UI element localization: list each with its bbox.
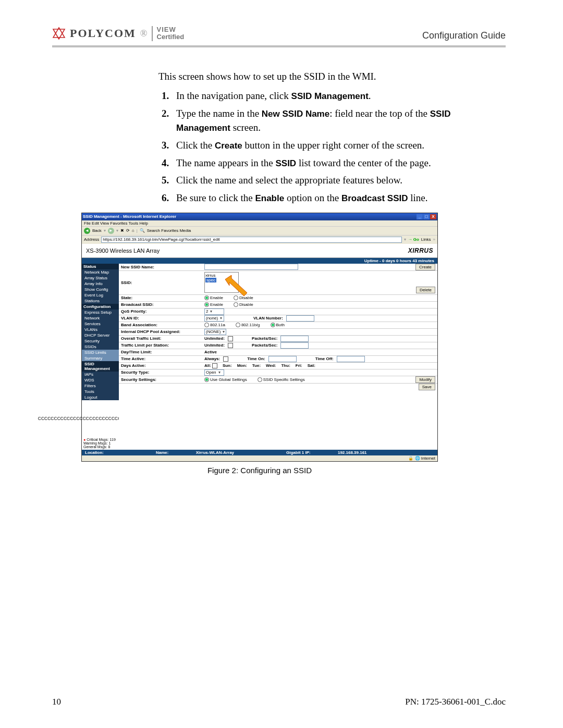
row-ssid-list: SSID: xirrus spec Delete [119,271,437,295]
stop-icon[interactable]: ✖ [120,228,124,233]
vlan-number-input[interactable] [286,315,314,322]
sidebar-item[interactable]: Security [82,338,119,344]
tm-mark: ® [140,28,148,39]
maximize-button[interactable]: □ [423,214,430,219]
row-qos: QoS Priority: 2▾ [119,309,437,315]
unlimited-checkbox[interactable] [228,336,233,341]
list-item[interactable]: spec [205,278,216,282]
use-global-radio[interactable]: Use Global Settings [204,377,247,382]
state-enable-radio[interactable]: Enable [204,295,223,300]
sidebar-item[interactable]: Summary [82,355,119,361]
sidebar-heading-status: Status [82,264,119,269]
time-on-input[interactable] [268,356,297,362]
day-checkbox[interactable] [212,363,217,368]
band-bg-radio[interactable]: 802.11b/g [236,323,260,327]
address-label: Address [84,237,99,242]
links-label[interactable]: Links [421,237,431,242]
sidebar-item[interactable]: Filters [82,383,119,389]
time-off-input[interactable] [337,356,365,362]
sidebar-item[interactable]: Services [82,321,119,327]
window-titlebar[interactable]: SSID Management - Microsoft Internet Exp… [82,213,437,220]
doc-pn: PN: 1725-36061-001_C.doc [405,697,506,707]
sidebar-item[interactable]: Event Log [82,292,119,298]
ssid-specific-radio[interactable]: SSID Specific Settings [258,377,305,382]
wmi-statusbar: Location: Name: Xirrus-WLAN-Array Gigabi… [82,450,437,455]
body-content: This screen shows how to set up the SSID… [158,69,506,205]
band-a-radio[interactable]: 802.11a [204,323,225,327]
polycom-logo-icon [52,27,66,40]
save-button[interactable]: Save [419,384,435,390]
state-disable-radio[interactable]: Disable [234,295,253,300]
ie-toolbar[interactable]: ◄ Back ▾ ► ▾ ✖ ⟳ ⌂ | 🔍 Search Favorites … [82,226,437,236]
list-item[interactable]: xirrus [205,273,238,278]
sidebar-item[interactable]: Show Config [82,287,119,292]
guide-label: Configuration Guide [422,30,506,41]
sidebar-item[interactable]: Express Setup [82,310,119,315]
broadcast-enable-radio[interactable]: Enable [204,302,223,307]
document-page: POLYCOM ® VIEW Certified Configuration G… [52,26,506,475]
sidebar-item[interactable]: Stations [82,298,119,304]
sidebar-item[interactable]: Network Map [82,269,119,275]
new-ssid-input[interactable] [204,264,298,270]
create-button[interactable]: Create [415,264,435,270]
step-text: Click the name and select the appropriat… [176,173,506,188]
message-counts: Critical Msgs: 119 Warning Msgs: 1 Gener… [82,437,119,450]
page-number: 10 [52,697,61,707]
always-checkbox[interactable] [223,356,228,362]
step-text: Type the name in the New SSID Name: fiel… [176,106,506,135]
main-pane: New SSID Name: Create SSID: xirrus spec [119,264,437,450]
sidebar-item[interactable]: WDS [82,377,119,383]
security-type-select[interactable]: Open▾ [204,369,224,376]
sidebar-item[interactable]: IAPs [82,372,119,377]
sidebar-item[interactable]: Array Status [82,275,119,281]
back-button-icon[interactable]: ◄ [84,228,90,234]
sidebar-item-ssid-management[interactable]: SSID Management [82,361,119,372]
sidebar-item[interactable]: Network [82,315,119,321]
go-button[interactable]: → Go [408,237,419,242]
home-icon[interactable]: ⌂ [132,228,134,233]
step-num: 4. [162,156,176,170]
sidebar: Status Network Map Array Status Array In… [82,264,119,400]
toolbar-labels[interactable]: Search Favorites Media [147,228,191,233]
minimize-button[interactable]: _ [417,214,423,219]
pkts-input[interactable] [280,336,309,342]
sidebar-column: Status Network Map Array Status Array In… [82,264,119,450]
vlan-select[interactable]: (none)▾ [204,315,224,322]
radial-indicator: CCCCCCCCCCCCCCCCCCCCCCCCCCCCCCCCCCCCCCC [82,400,119,437]
lock-icon: 🔒 [408,456,413,461]
broadcast-disable-radio[interactable]: Disable [234,302,253,307]
sidebar-item[interactable]: Logout [82,394,119,400]
band-both-radio[interactable]: Both [271,323,285,327]
search-icon[interactable]: 🔍 [140,228,145,233]
step-num: 2. [162,106,176,135]
close-button[interactable]: X [430,214,436,219]
address-input[interactable] [101,237,401,243]
qos-select[interactable]: 2▾ [204,309,224,315]
dhcp-select[interactable]: (NONE)▾ [204,329,226,335]
brand-certified: Certified [157,33,185,41]
row-state: State: Enable Disable [119,295,437,302]
refresh-icon[interactable]: ⟳ [126,228,130,233]
sidebar-item[interactable]: Array Info [82,281,119,287]
ie-menubar[interactable]: File Edit View Favorites Tools Help [82,220,437,226]
sidebar-heading-config: Configuration [82,304,119,310]
wmi-header: XS-3900 Wireless LAN Array XIRRUS [82,244,437,258]
forward-button-icon[interactable]: ► [108,228,114,234]
delete-button[interactable]: Delete [416,287,435,293]
sidebar-item[interactable]: VLANs [82,327,119,332]
back-label[interactable]: Back [92,228,102,233]
sidebar-item[interactable]: SSID Limits [82,350,119,355]
address-bar: Address ▾ → Go Links » [82,236,437,244]
sidebar-item[interactable]: SSIDs [82,344,119,350]
ie-statusbar: 🔒 🌐 Internet [82,455,437,461]
whitespace [119,390,437,435]
sidebar-item[interactable]: Tools [82,389,119,394]
pkts-input[interactable] [280,342,309,349]
row-security-type: Security Type: Open▾ [119,369,437,376]
ssid-listbox[interactable]: xirrus spec [204,272,239,293]
sidebar-item[interactable]: DHCP Server [82,332,119,338]
xirrus-logo: XIRRUS [408,247,433,254]
modify-button[interactable]: Modify [415,376,435,383]
unlimited-checkbox[interactable] [228,343,233,348]
uptime-bar: Uptime - 0 days 0 hours 43 minutes [82,258,437,264]
